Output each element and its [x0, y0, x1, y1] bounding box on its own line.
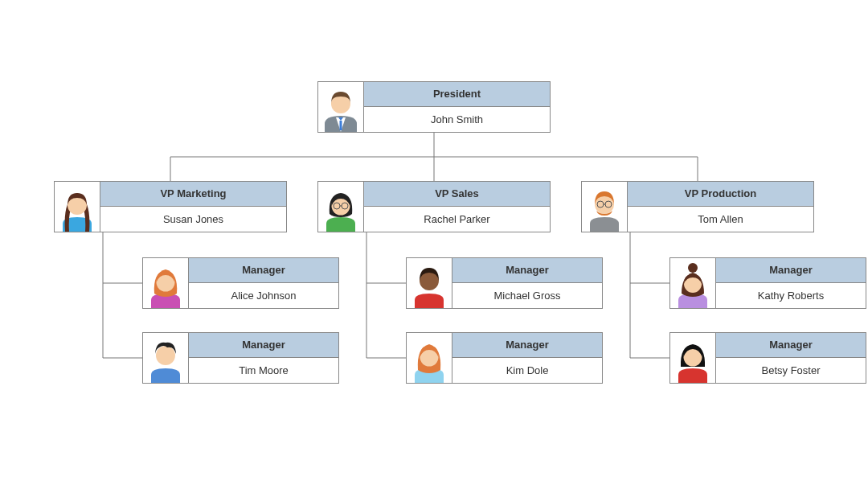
title-mgr-michael: Manager	[452, 258, 602, 283]
title-mgr-alice: Manager	[189, 258, 338, 283]
name-vp-production: Tom Allen	[628, 207, 813, 232]
name-mgr-michael: Michael Gross	[452, 283, 602, 308]
name-mgr-tim: Tim Moore	[189, 358, 338, 383]
title-mgr-betsy: Manager	[716, 333, 866, 358]
name-mgr-kim: Kim Dole	[452, 358, 602, 383]
title-mgr-kathy: Manager	[716, 258, 866, 283]
name-vp-sales: Rachel Parker	[364, 207, 550, 232]
name-president: John Smith	[364, 107, 550, 132]
org-chart-connectors	[0, 0, 868, 489]
node-vp-marketing: VP Marketing Susan Jones	[54, 181, 287, 232]
avatar-michael-gross	[407, 258, 452, 308]
svg-point-26	[156, 346, 175, 365]
title-vp-production: VP Production	[628, 182, 813, 207]
node-vp-production: VP Production Tom Allen	[581, 181, 814, 232]
node-mgr-michael-gross: Manager Michael Gross	[406, 257, 603, 309]
node-vp-sales: VP Sales Rachel Parker	[317, 181, 551, 232]
name-mgr-kathy: Kathy Roberts	[716, 283, 866, 308]
node-mgr-betsy-foster: Manager Betsy Foster	[669, 332, 866, 384]
node-mgr-kathy-roberts: Manager Kathy Roberts	[669, 257, 866, 309]
title-mgr-tim: Manager	[189, 333, 338, 358]
node-mgr-tim-moore: Manager Tim Moore	[142, 332, 339, 384]
name-vp-marketing: Susan Jones	[100, 207, 286, 232]
node-mgr-kim-dole: Manager Kim Dole	[406, 332, 603, 384]
avatar-tom-allen	[582, 182, 628, 232]
avatar-kathy-roberts	[670, 258, 716, 308]
avatar-susan-jones	[55, 182, 100, 232]
title-vp-marketing: VP Marketing	[100, 182, 286, 207]
avatar-kim-dole	[407, 333, 452, 383]
avatar-alice-johnson	[143, 258, 189, 308]
avatar-tim-moore	[143, 333, 189, 383]
avatar-john-smith	[318, 82, 364, 132]
title-mgr-kim: Manager	[452, 333, 602, 358]
avatar-rachel-parker	[318, 182, 364, 232]
node-president: President John Smith	[317, 81, 551, 133]
name-mgr-alice: Alice Johnson	[189, 283, 338, 308]
avatar-betsy-foster	[670, 333, 716, 383]
title-vp-sales: VP Sales	[364, 182, 550, 207]
svg-rect-14	[340, 121, 342, 130]
svg-point-29	[688, 263, 698, 273]
title-president: President	[364, 82, 550, 107]
node-mgr-alice-johnson: Manager Alice Johnson	[142, 257, 339, 309]
name-mgr-betsy: Betsy Foster	[716, 358, 866, 383]
